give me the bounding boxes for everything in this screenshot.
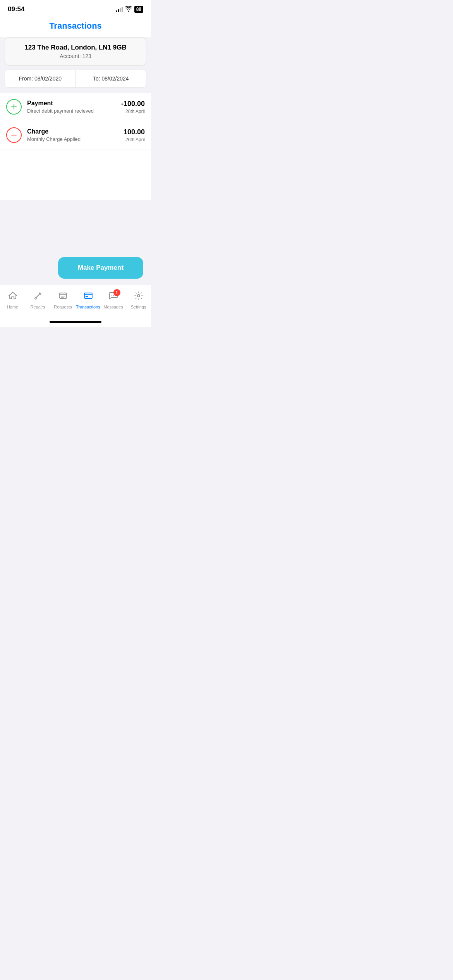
nav-label-requests: Requests xyxy=(54,305,72,309)
charge-date: 26th April xyxy=(124,137,145,142)
charge-amount: 100.00 xyxy=(124,128,145,136)
payment-date: 26th April xyxy=(121,109,145,114)
charge-icon xyxy=(6,127,22,143)
nav-label-home: Home xyxy=(7,305,18,309)
address-card: 123 The Road, London, LN1 9GB Account: 1… xyxy=(5,37,146,66)
svg-point-9 xyxy=(137,295,140,297)
home-bar-line xyxy=(50,321,101,323)
payment-amount-block: -100.00 26th April xyxy=(121,100,145,114)
status-time: 09:54 xyxy=(8,5,24,13)
date-from-filter[interactable]: From: 08/02/2020 xyxy=(5,70,76,87)
nav-label-transactions: Transactions xyxy=(76,305,100,309)
svg-rect-5 xyxy=(86,296,88,297)
nav-label-repairs: Repairs xyxy=(31,305,45,309)
nav-item-repairs[interactable]: Repairs xyxy=(25,289,50,311)
svg-point-7 xyxy=(113,295,114,296)
address-account: Account: 123 xyxy=(11,53,140,59)
settings-icon xyxy=(134,291,144,303)
transaction-item-payment[interactable]: Payment Direct debit payment recieved -1… xyxy=(0,93,151,121)
requests-icon xyxy=(58,291,68,303)
messages-badge: 1 xyxy=(113,289,120,296)
signal-icon xyxy=(116,7,123,12)
page-title: Transactions xyxy=(49,21,102,31)
battery-icon: 88 xyxy=(134,6,143,13)
nav-item-settings[interactable]: Settings xyxy=(126,289,151,311)
home-icon xyxy=(8,291,18,303)
address-main: 123 The Road, London, LN1 9GB xyxy=(11,44,140,51)
make-payment-container: Make Payment xyxy=(0,251,151,285)
transaction-list: Payment Direct debit payment recieved -1… xyxy=(0,93,151,200)
home-bar xyxy=(0,319,151,327)
svg-point-6 xyxy=(112,295,112,296)
nav-item-home[interactable]: Home xyxy=(0,289,25,311)
payment-info: Payment Direct debit payment recieved xyxy=(27,100,121,114)
bottom-nav: Home Repairs Requests xyxy=(0,285,151,319)
nav-item-messages[interactable]: 1 Messages xyxy=(101,289,126,311)
nav-label-messages: Messages xyxy=(103,305,123,309)
nav-item-transactions[interactable]: Transactions xyxy=(76,289,101,311)
payment-icon xyxy=(6,99,22,115)
status-bar: 09:54 88 xyxy=(0,0,151,16)
payment-title: Payment xyxy=(27,100,121,107)
charge-desc: Monthly Charge Applied xyxy=(27,136,124,142)
nav-item-requests[interactable]: Requests xyxy=(50,289,76,311)
transactions-icon xyxy=(83,291,93,303)
nav-label-settings: Settings xyxy=(131,305,146,309)
content-spacer xyxy=(0,200,151,251)
charge-info: Charge Monthly Charge Applied xyxy=(27,128,124,142)
payment-desc: Direct debit payment recieved xyxy=(27,108,121,114)
transaction-item-charge[interactable]: Charge Monthly Charge Applied 100.00 26t… xyxy=(0,121,151,149)
svg-rect-3 xyxy=(60,293,67,298)
svg-rect-4 xyxy=(84,293,92,298)
repairs-icon xyxy=(33,291,43,303)
charge-title: Charge xyxy=(27,128,124,135)
payment-amount: -100.00 xyxy=(121,100,145,108)
wifi-icon xyxy=(125,6,132,13)
date-filters: From: 08/02/2020 To: 08/02/2024 xyxy=(5,70,146,87)
page-title-bar: Transactions xyxy=(0,16,151,37)
status-icons: 88 xyxy=(116,6,143,13)
charge-amount-block: 100.00 26th April xyxy=(124,128,145,142)
make-payment-button[interactable]: Make Payment xyxy=(58,257,143,279)
date-to-filter[interactable]: To: 08/02/2024 xyxy=(76,70,146,87)
